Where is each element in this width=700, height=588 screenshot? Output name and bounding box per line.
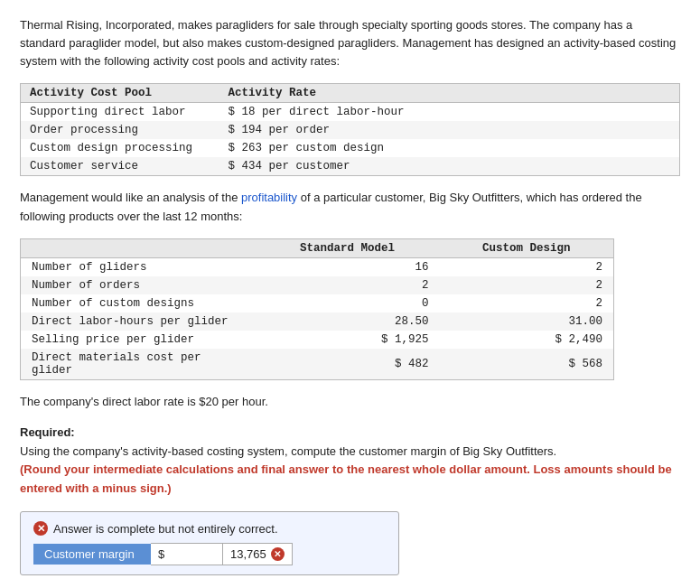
activity-pool-cell: Customer service: [21, 157, 219, 176]
table-row: Direct materials cost per glider$ 482$ 5…: [21, 349, 614, 380]
table-row: Selling price per glider$ 1,925$ 2,490: [21, 331, 614, 349]
activity-pool-cell: Supporting direct labor: [21, 103, 219, 122]
table-row: Customer service$ 434 per customer: [21, 157, 680, 176]
answer-status-text: Answer is complete but not entirely corr…: [53, 522, 278, 536]
table-row: Number of gliders162: [21, 257, 614, 276]
customer-margin-row: Customer margin $ 13,765 ✕: [33, 543, 386, 565]
customer-margin-value-wrap[interactable]: 13,765 ✕: [223, 543, 293, 565]
products-cell: Number of gliders: [21, 257, 256, 276]
products-cell: 2: [439, 276, 613, 294]
products-cell: 2: [256, 276, 440, 294]
activity-rate-cell: $ 18 per direct labor-hour: [219, 103, 680, 122]
answer-status-icon: ✕: [33, 521, 48, 536]
required-section: Required: Using the company's activity-b…: [20, 424, 680, 499]
products-cell: 0: [256, 294, 440, 313]
activity-pool-cell: Custom design processing: [21, 139, 219, 157]
required-label: Required:: [20, 425, 75, 439]
products-cell: Number of orders: [21, 276, 256, 294]
table-row: Number of custom designs02: [21, 294, 614, 313]
table-row: Supporting direct labor$ 18 per direct l…: [21, 103, 680, 122]
products-cell: 28.50: [256, 313, 440, 331]
intro-paragraph: Thermal Rising, Incorporated, makes para…: [20, 16, 680, 70]
table-row: Order processing$ 194 per order: [21, 121, 680, 139]
mid-paragraph: Management would like an analysis of the…: [20, 189, 680, 225]
products-cell: 16: [256, 257, 440, 276]
table-row: Number of orders22: [21, 276, 614, 294]
products-cell: Selling price per glider: [21, 331, 256, 349]
labor-text: The company's direct labor rate is $20 p…: [20, 393, 680, 411]
customer-margin-label: Customer margin: [33, 544, 151, 565]
table-row: Direct labor-hours per glider28.5031.00: [21, 313, 614, 331]
required-red: (Round your intermediate calculations an…: [20, 462, 672, 495]
answer-box: ✕ Answer is complete but not entirely co…: [20, 511, 399, 575]
customer-margin-error-icon: ✕: [271, 547, 285, 561]
products-table: Standard Model Custom Design Number of g…: [20, 238, 614, 380]
customer-margin-dollar: $: [151, 543, 223, 565]
activity-header-rate: Activity Rate: [219, 84, 680, 103]
activity-header-pool: Activity Cost Pool: [21, 84, 219, 103]
products-cell: 2: [439, 257, 613, 276]
products-header-standard: Standard Model: [256, 238, 440, 257]
activity-cost-table: Activity Cost Pool Activity Rate Support…: [20, 83, 680, 176]
products-cell: 2: [439, 294, 613, 313]
products-header-empty: [21, 238, 256, 257]
answer-status-row: ✕ Answer is complete but not entirely co…: [33, 521, 386, 536]
activity-rate-cell: $ 263 per custom design: [219, 139, 680, 157]
table-row: Custom design processing$ 263 per custom…: [21, 139, 680, 157]
required-text: Using the company's activity-based costi…: [20, 444, 556, 458]
products-cell: $ 568: [439, 349, 613, 380]
products-cell: $ 1,925: [256, 331, 440, 349]
products-cell: $ 2,490: [439, 331, 613, 349]
activity-rate-cell: $ 194 per order: [219, 121, 680, 139]
products-cell: Direct materials cost per glider: [21, 349, 256, 380]
mid-paragraph-text: Management would like an analysis of the…: [20, 191, 642, 222]
products-header-custom: Custom Design: [439, 238, 613, 257]
customer-margin-value: 13,765: [230, 547, 266, 561]
products-cell: Number of custom designs: [21, 294, 256, 313]
products-cell: Direct labor-hours per glider: [21, 313, 256, 331]
activity-pool-cell: Order processing: [21, 121, 219, 139]
products-cell: 31.00: [439, 313, 613, 331]
products-cell: $ 482: [256, 349, 440, 380]
activity-rate-cell: $ 434 per customer: [219, 157, 680, 176]
